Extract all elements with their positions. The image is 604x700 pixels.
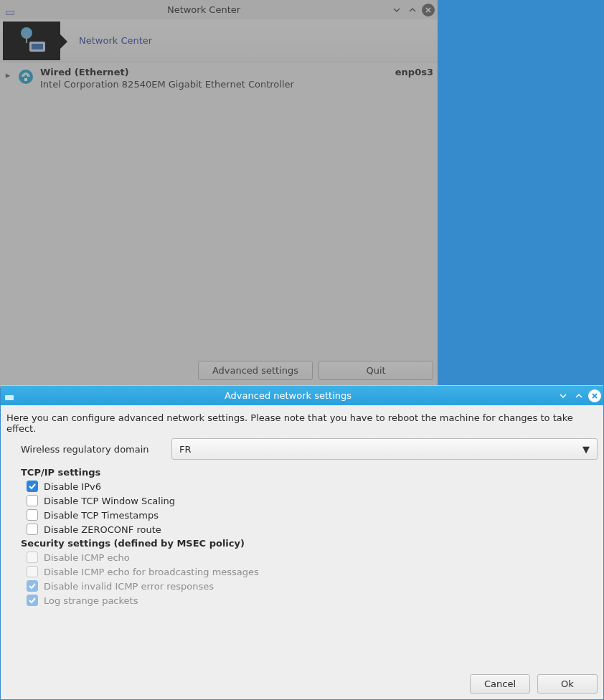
expand-icon[interactable]: ▸ [4,70,11,80]
wireless-domain-label: Wireless regulatory domain [21,444,164,455]
interfaces-list: ▸ Wired (Ethernet) Intel Corporation 825… [0,62,438,94]
network-center-link[interactable]: Network Center [79,35,152,46]
security-section-header: Security settings (defined by MSEC polic… [21,538,598,549]
checkbox-row: Disable invalid ICMP error responses [27,580,598,592]
checkbox-row[interactable]: Disable TCP Timestamps [27,509,598,521]
svg-rect-8 [5,395,14,400]
checkbox [27,595,38,606]
network-icon [3,22,60,60]
svg-rect-3 [26,33,27,43]
ok-button[interactable]: Ok [537,674,598,694]
checkbox-label: Disable invalid ICMP error responses [44,581,214,592]
tcpip-section-header: TCP/IP settings [21,467,598,478]
checkbox-row: Log strange packets [27,595,598,606]
banner: Network Center [0,19,438,62]
close-icon[interactable] [588,389,601,402]
advanced-network-settings-dialog: Advanced network settings Here you can c… [1,385,603,699]
quit-button[interactable]: Quit [318,361,433,380]
minimize-icon[interactable] [390,4,403,16]
dialog-title: Advanced network settings [19,390,557,401]
advanced-settings-button[interactable]: Advanced settings [198,361,313,380]
checkbox-label: Disable ZEROCONF route [44,524,161,535]
interface-name: Wired (Ethernet) [40,67,391,77]
titlebar: Network Center [0,0,438,19]
checkbox[interactable] [27,481,38,492]
checkbox-row: Disable ICMP echo [27,552,598,563]
interface-devname: enp0s3 [395,67,433,77]
checkbox [27,552,38,563]
dropdown-icon: ▼ [582,444,590,455]
checkbox-label: Disable ICMP echo for broadcasting messa… [44,567,259,577]
interface-row[interactable]: ▸ Wired (Ethernet) Intel Corporation 825… [4,65,433,91]
close-icon[interactable] [422,4,435,16]
checkbox-label: Disable IPv6 [44,481,101,492]
checkbox-label: Disable ICMP echo [44,552,130,563]
interface-desc: Intel Corporation 82540EM Gigabit Ethern… [40,79,391,90]
wireless-domain-select[interactable]: FR ▼ [171,438,598,460]
app-icon [4,389,16,402]
checkbox-row[interactable]: Disable IPv6 [27,481,598,492]
wireless-domain-value: FR [179,444,192,455]
ethernet-icon [16,67,36,87]
checkbox-label: Log strange packets [44,595,138,606]
network-center-window: Network Center Network Center ▸ Wired (E… [0,0,438,387]
checkbox-label: Disable TCP Window Scaling [44,496,175,506]
svg-point-6 [19,70,33,84]
window-title: Network Center [17,4,390,15]
checkbox-label: Disable TCP Timestamps [44,510,159,521]
titlebar: Advanced network settings [1,386,603,405]
checkbox [27,566,38,577]
checkbox-row[interactable]: Disable ZEROCONF route [27,524,598,535]
maximize-icon[interactable] [406,4,419,16]
cancel-button[interactable]: Cancel [470,674,530,694]
svg-rect-1 [6,11,14,14]
checkbox[interactable] [27,509,38,521]
app-icon [4,4,17,16]
checkbox [27,580,38,592]
checkbox-row[interactable]: Disable TCP Window Scaling [27,495,598,506]
checkbox-row: Disable ICMP echo for broadcasting messa… [27,566,598,577]
svg-rect-7 [24,78,27,81]
checkbox[interactable] [27,524,38,535]
minimize-icon[interactable] [557,389,570,402]
maximize-icon[interactable] [572,389,585,402]
dialog-intro-text: Here you can configure advanced network … [6,412,598,434]
checkbox[interactable] [27,495,38,506]
svg-rect-5 [32,44,43,49]
